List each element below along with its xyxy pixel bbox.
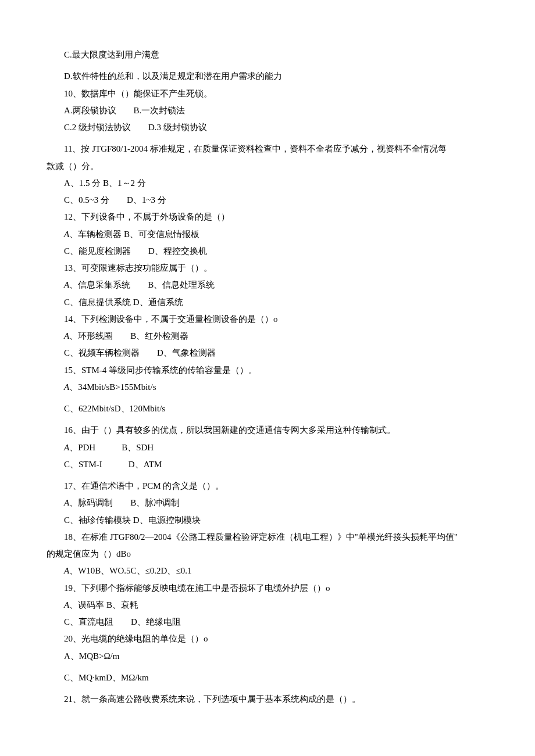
text-line: C、能见度检测器 D、程控交换机 [47,243,488,260]
text-line: A、34Mbit/sB>155Mbit/s [47,379,488,396]
text-line: A、MQB>Ω/m [47,648,488,665]
paragraph-spacer [47,63,488,68]
document-page: C.最大限度达到用户满意D.软件特性的总和，以及满足规定和潜在用户需求的能力10… [0,0,535,756]
text-line: A、环形线圈 B、红外检测器 [47,328,488,345]
text-line: 的规定值应为（）dBo [47,546,488,562]
paragraph-spacer [47,417,488,422]
text-line: 11、按 JTGF80/1-2004 标准规定，在质量保证资料检查中，资料不全者… [47,141,488,157]
text-line: C、622Mbit/sD、120Mbit/s [47,400,488,417]
text-line: C、信息提供系统 D、通信系统 [47,294,488,311]
text-line: A、误码率 B、衰耗 [47,597,488,614]
text-line: C.2 级封锁法协议 D.3 级封锁协议 [47,119,488,136]
text-line: D.软件特性的总和，以及满足规定和潜在用户需求的能力 [47,68,488,85]
text-line: 款减（）分。 [47,158,488,175]
text-line: A、信息采集系统 B、信息处理系统 [47,277,488,293]
text-line: A、W10B、WO.5C、≤0.2D、≤0.1 [47,562,488,579]
paragraph-spacer [47,136,488,141]
paragraph-spacer [47,665,488,669]
paragraph-spacer [47,473,488,478]
text-line: 10、数据库中（）能保证不产生死锁。 [47,85,488,102]
text-line: C、直流电阻 D、绝缘电阻 [47,614,488,630]
text-line: 20、光电缆的绝缘电阻的单位是（）o [47,630,488,647]
text-line: 21、就一条高速公路收费系统来说，下列选项中属于基本系统构成的是（）。 [47,691,488,708]
text-line: A、1.5 分 B、1～2 分 [47,175,488,192]
text-line: C、视频车辆检测器 D、气象检测器 [47,345,488,361]
paragraph-spacer [47,686,488,691]
text-line: C、STM-I D、ATM [47,456,488,473]
text-line: 18、在标准 JTGF80/2—2004《公路工程质量检验评定标准（机电工程）》… [47,529,488,546]
text-line: 13、可变限速标志按功能应属于（）。 [47,260,488,277]
text-line: 14、下列检测设备中，不属于交通量检测设备的是（）o [47,311,488,328]
text-line: A、车辆检测器 B、可变信息情报板 [47,226,488,243]
text-line: 19、下列哪个指标能够反映电缆在施工中是否损坏了电缆外护层（）o [47,580,488,597]
text-line: A、脉码调制 B、脉冲调制 [47,495,488,511]
text-line: 16、由于（）具有较多的优点，所以我国新建的交通通信专网大多采用这种传输制式。 [47,422,488,439]
text-line: C、0.5~3 分 D、1~3 分 [47,192,488,209]
paragraph-spacer [47,396,488,400]
text-line: 12、下列设备中，不属于外场设备的是（） [47,209,488,225]
text-line: C.最大限度达到用户满意 [47,46,488,63]
text-line: C、MQ·kmD、MΩ/km [47,669,488,686]
text-line: A.两段锁协议 B.一次封锁法 [47,102,488,119]
text-line: 15、STM-4 等级同步传输系统的传输容量是（）。 [47,362,488,379]
text-line: 17、在通信术语中，PCM 的含义是（）。 [47,478,488,495]
text-line: C、袖珍传输模块 D、电源控制模块 [47,512,488,529]
text-line: A、PDH B、SDH [47,439,488,456]
